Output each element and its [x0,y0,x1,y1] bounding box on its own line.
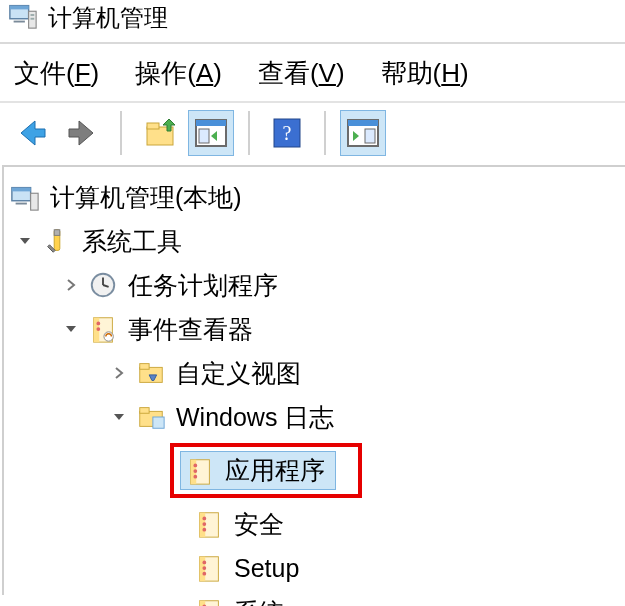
system-tools-icon [42,226,72,256]
svg-rect-31 [140,364,149,370]
svg-point-37 [193,463,197,467]
forward-button[interactable] [60,110,106,156]
tree-node-application[interactable]: 应用程序 [4,443,625,498]
svg-point-49 [202,572,206,576]
tree-node-event-viewer[interactable]: 事件查看器 [4,307,625,351]
svg-point-42 [202,517,206,521]
tree-node-task-scheduler[interactable]: 任务计划程序 [4,263,625,307]
log-icon [194,597,224,606]
tree-pane: 计算机管理(本地) 系统工具 任务计划程序 [2,165,625,595]
svg-point-47 [202,561,206,565]
svg-point-39 [193,474,197,478]
chevron-right-icon[interactable] [60,274,82,296]
svg-rect-1 [10,6,29,10]
tree-label: Setup [234,554,299,583]
svg-point-43 [202,522,206,526]
toolbar-divider [324,111,326,155]
menu-action[interactable]: 操作(A) [135,56,222,91]
svg-rect-14 [348,120,378,126]
computer-management-icon [10,182,40,212]
tree-label: 系统工具 [82,225,182,258]
help-button[interactable]: ? [264,110,310,156]
tree-node-custom-views[interactable]: 自定义视图 [4,351,625,395]
tree-node-system[interactable]: 系统 [4,590,625,606]
menu-help[interactable]: 帮助(H) [381,56,469,91]
tree-label: 应用程序 [225,454,325,487]
log-icon [194,553,224,583]
title-bar: 计算机管理 [0,0,625,42]
tree-label: 事件查看器 [128,313,253,346]
event-viewer-icon [88,314,118,344]
computer-management-icon [8,0,38,36]
folder-icon [136,402,166,432]
svg-rect-9 [196,120,226,126]
svg-rect-15 [365,129,375,143]
svg-rect-19 [31,193,39,210]
svg-rect-17 [12,188,31,192]
tree-label: 系统 [234,596,284,607]
svg-rect-7 [147,123,159,129]
svg-point-28 [96,327,100,331]
svg-rect-2 [14,21,25,23]
separator [0,42,625,44]
chevron-right-icon[interactable] [108,362,130,384]
menu-view[interactable]: 查看(V) [258,56,345,91]
menu-bar: 文件(F) 操作(A) 查看(V) 帮助(H) [0,48,625,101]
svg-rect-5 [31,18,35,20]
highlight-annotation: 应用程序 [170,443,362,498]
svg-rect-21 [54,230,60,236]
svg-rect-4 [31,14,35,16]
log-icon [194,509,224,539]
tree-node-setup[interactable]: Setup [4,546,625,590]
window-title: 计算机管理 [48,2,168,34]
clock-icon [88,270,118,300]
svg-point-27 [96,322,100,326]
chevron-down-icon[interactable] [60,318,82,340]
tree-node-security[interactable]: 安全 [4,502,625,546]
toolbar-divider [120,111,122,155]
action-pane-button[interactable] [340,110,386,156]
menu-file[interactable]: 文件(F) [14,56,99,91]
back-button[interactable] [8,110,54,156]
svg-rect-10 [199,129,209,143]
folder-filter-icon [136,358,166,388]
up-button[interactable] [136,110,182,156]
log-icon [185,456,215,486]
toolbar: ? [0,103,625,163]
svg-rect-33 [140,408,149,414]
tree-label: 任务计划程序 [128,269,278,302]
tree-label: 自定义视图 [176,357,301,390]
svg-text:?: ? [283,122,292,144]
svg-rect-18 [16,203,27,205]
tree-node-windows-logs[interactable]: Windows 日志 [4,395,625,439]
tree-label: 计算机管理(本地) [50,181,242,214]
svg-point-44 [202,528,206,532]
tree-label: 安全 [234,508,284,541]
svg-point-48 [202,566,206,570]
navigation-tree: 计算机管理(本地) 系统工具 任务计划程序 [4,175,625,606]
toolbar-divider [248,111,250,155]
tree-node-system-tools[interactable]: 系统工具 [4,219,625,263]
tree-node-root[interactable]: 计算机管理(本地) [4,175,625,219]
svg-rect-34 [153,417,164,428]
show-hide-tree-button[interactable] [188,110,234,156]
chevron-down-icon[interactable] [14,230,36,252]
tree-label: Windows 日志 [176,401,334,434]
chevron-down-icon[interactable] [108,406,130,428]
svg-point-38 [193,469,197,473]
